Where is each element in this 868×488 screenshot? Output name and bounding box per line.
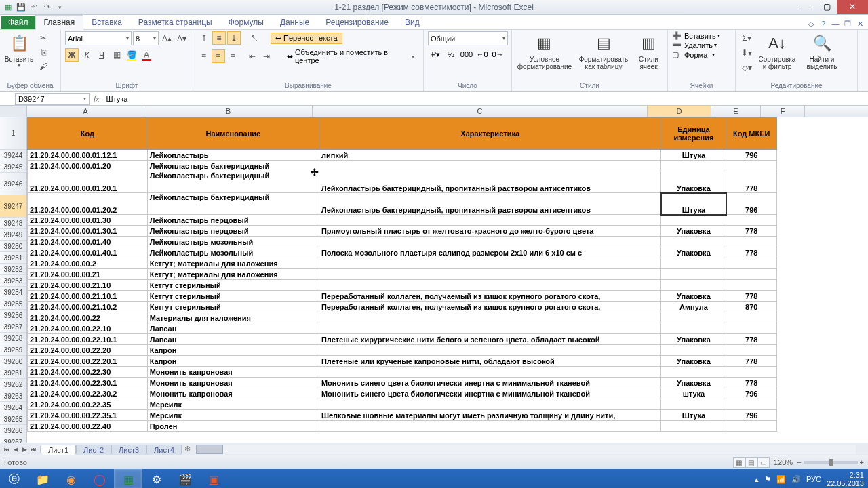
cell[interactable]: липкий bbox=[319, 150, 661, 161]
merge-center-button[interactable]: ⬌Объединить и поместить в центре▾ bbox=[282, 47, 419, 66]
ie-icon[interactable]: ⓔ bbox=[0, 469, 28, 488]
header-cell[interactable]: Код МКЕИ bbox=[726, 118, 777, 150]
cell[interactable]: Упаковка bbox=[661, 247, 726, 258]
cell[interactable]: 21.20.24.00.00.00.22.35.1 bbox=[28, 410, 148, 421]
cell[interactable]: Лавсан bbox=[147, 334, 319, 345]
font-size-combo[interactable]: 8▾ bbox=[133, 31, 159, 45]
increase-indent-icon[interactable]: ⇥ bbox=[260, 49, 273, 63]
sheet-tab[interactable]: Лист3 bbox=[111, 445, 146, 455]
cell[interactable] bbox=[319, 312, 661, 323]
fx-icon[interactable]: fx bbox=[94, 95, 100, 103]
cell[interactable] bbox=[726, 421, 777, 432]
cell[interactable]: Лейкопластырь bbox=[147, 150, 319, 161]
cell[interactable] bbox=[319, 161, 661, 171]
cell[interactable] bbox=[319, 258, 661, 269]
fill-icon[interactable]: ⬇▾ bbox=[740, 46, 753, 60]
cell[interactable]: 21.20.24.00.00.00.01.20.1 bbox=[28, 171, 148, 193]
italic-button[interactable]: К bbox=[80, 48, 94, 62]
col-header-F[interactable]: F bbox=[761, 106, 805, 117]
zoom-slider[interactable]: −+ bbox=[797, 458, 864, 466]
col-header-A[interactable]: A bbox=[27, 106, 144, 117]
cell[interactable] bbox=[661, 280, 726, 291]
minimize-button[interactable]: — bbox=[796, 0, 816, 14]
maximize-button[interactable]: ▢ bbox=[816, 0, 837, 14]
align-right-icon[interactable]: ≡ bbox=[226, 49, 239, 63]
cell[interactable]: Переработанный коллаген, получаемый из к… bbox=[319, 291, 661, 302]
formula-input[interactable]: Штука bbox=[104, 95, 868, 103]
minimize-ribbon-icon[interactable]: ◇ bbox=[806, 18, 816, 29]
cell[interactable]: 21.20.24.00.00.00.01.20 bbox=[28, 161, 148, 171]
opera-icon[interactable]: ◯ bbox=[85, 469, 114, 488]
cell[interactable]: Штука bbox=[661, 410, 726, 421]
font-name-combo[interactable]: Arial▾ bbox=[65, 31, 132, 45]
cell[interactable]: 21.20.24.00.00.00.22.20 bbox=[28, 345, 148, 356]
row-header[interactable]: 1 bbox=[0, 117, 26, 150]
underline-button[interactable]: Ч bbox=[95, 48, 108, 62]
cell[interactable] bbox=[726, 312, 777, 323]
row-header[interactable]: 39259 bbox=[0, 344, 26, 356]
row-header[interactable]: 39255 bbox=[0, 298, 26, 310]
cell[interactable] bbox=[319, 345, 661, 356]
cell[interactable] bbox=[661, 421, 726, 432]
cell[interactable]: Мононить капроновая bbox=[147, 378, 319, 388]
cell[interactable]: 796 bbox=[726, 388, 777, 399]
cell[interactable]: Мерсилк bbox=[147, 399, 319, 410]
cell[interactable]: 778 bbox=[726, 291, 777, 302]
horizontal-scrollbar[interactable] bbox=[196, 445, 856, 454]
cell[interactable]: штука bbox=[661, 388, 726, 399]
cell[interactable] bbox=[726, 323, 777, 334]
cell[interactable] bbox=[726, 367, 777, 378]
cell[interactable]: 21.20.24.00.00.00.22.30 bbox=[28, 367, 148, 378]
cell[interactable]: Переработанный коллаген, получаемый из к… bbox=[319, 302, 661, 312]
cut-icon[interactable]: ✂ bbox=[37, 31, 50, 45]
cell[interactable]: 796 bbox=[726, 150, 777, 161]
volume-icon[interactable]: 🔊 bbox=[791, 475, 801, 484]
align-middle-icon[interactable]: ≡ bbox=[212, 31, 226, 45]
row-header[interactable]: 39244 bbox=[0, 150, 26, 161]
cell[interactable] bbox=[661, 215, 726, 226]
network-icon[interactable]: 📶 bbox=[776, 475, 786, 484]
format-table-button[interactable]: ▤Форматировать как таблицу bbox=[576, 31, 631, 76]
save-icon[interactable]: 💾 bbox=[16, 2, 26, 13]
percent-icon[interactable]: % bbox=[443, 47, 458, 61]
cell[interactable]: Лейкопластырь бактерицидный bbox=[147, 161, 319, 171]
cell[interactable]: Ампула bbox=[661, 302, 726, 312]
fill-color-icon[interactable]: 🪣 bbox=[125, 48, 138, 62]
cell[interactable]: Мононить синего цвета биологически инерт… bbox=[319, 378, 661, 388]
row-header[interactable]: 39249 bbox=[0, 229, 26, 241]
cell[interactable] bbox=[319, 367, 661, 378]
row-header[interactable]: 39258 bbox=[0, 333, 26, 344]
format-painter-icon[interactable]: 🖌 bbox=[37, 60, 50, 73]
row-header[interactable]: 39264 bbox=[0, 402, 26, 413]
cell-styles-button[interactable]: ▥Стили ячеек bbox=[634, 31, 663, 76]
format-cells-icon[interactable]: ▢ bbox=[672, 50, 683, 59]
cell[interactable]: 21.20.24.00.00.00.22.35 bbox=[28, 399, 148, 410]
row-header[interactable]: 39251 bbox=[0, 252, 26, 264]
cell[interactable]: 21.20.24.00.00.00.01.40.1 bbox=[28, 247, 148, 258]
app-icon[interactable]: ⚙ bbox=[142, 469, 171, 488]
row-header[interactable]: 39247 bbox=[0, 195, 26, 218]
cell[interactable]: 21.20.24.00.00.00.22.10.1 bbox=[28, 334, 148, 345]
tab-layout[interactable]: Разметка страницы bbox=[130, 16, 220, 29]
cell[interactable]: 21.20.24.00.00.00.21 bbox=[28, 269, 148, 280]
cell[interactable] bbox=[661, 258, 726, 269]
conditional-format-button[interactable]: ▦Условное форматирование bbox=[516, 31, 573, 76]
cell[interactable]: Лейкопластырь перцовый bbox=[147, 215, 319, 226]
cell[interactable] bbox=[726, 280, 777, 291]
cell[interactable]: 21.20.24.00.00.00.21.10.2 bbox=[28, 302, 148, 312]
cell[interactable] bbox=[661, 312, 726, 323]
row-header[interactable]: 39257 bbox=[0, 321, 26, 333]
cell[interactable]: 21.20.24.00.00.00.01.30 bbox=[28, 215, 148, 226]
cell[interactable]: 21.20.24.00.00.00.21.10 bbox=[28, 280, 148, 291]
cell[interactable]: Лейкопластырь бактерицидный bbox=[147, 193, 319, 215]
grow-font-icon[interactable]: A▴ bbox=[160, 32, 174, 45]
cell[interactable]: 778 bbox=[726, 247, 777, 258]
cell[interactable]: 21.20.24.00.00.00.01.20.2 bbox=[28, 193, 148, 215]
cell[interactable] bbox=[726, 161, 777, 171]
explorer-icon[interactable]: 📁 bbox=[28, 469, 57, 488]
cell[interactable] bbox=[726, 237, 777, 247]
cell[interactable]: 21.20.24.00.00.00.01.30.1 bbox=[28, 226, 148, 237]
header-cell[interactable]: Код bbox=[28, 118, 148, 150]
row-header[interactable]: 39246 bbox=[0, 173, 26, 195]
tab-view[interactable]: Вид bbox=[397, 16, 428, 29]
